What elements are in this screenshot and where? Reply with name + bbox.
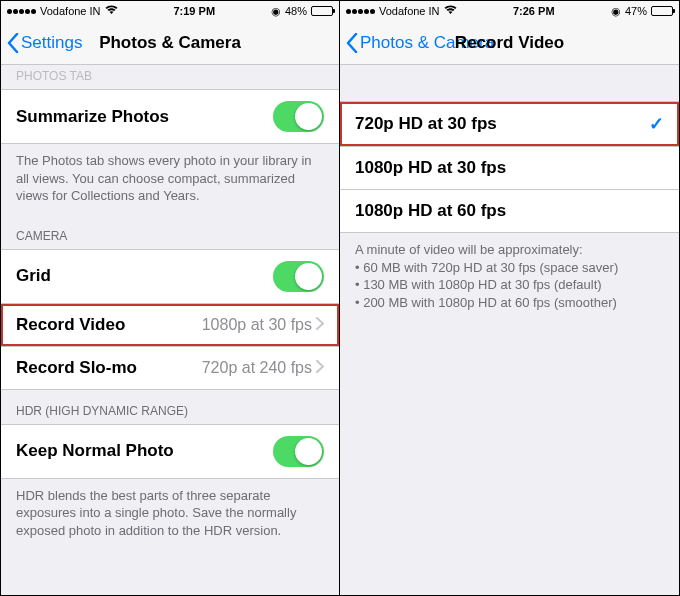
footer-line: • 130 MB with 1080p HD at 30 fps (defaul… — [355, 276, 664, 294]
carrier-label: Vodafone IN — [40, 5, 101, 17]
option-label: 720p HD at 30 fps — [355, 114, 497, 134]
option-1080p-30[interactable]: 1080p HD at 30 fps — [340, 147, 679, 190]
battery-pct: 48% — [285, 5, 307, 17]
video-size-footer: A minute of video will be approximately:… — [340, 233, 679, 321]
record-video-value: 1080p at 30 fps — [202, 316, 312, 334]
grid-toggle[interactable] — [273, 261, 324, 292]
record-video-row[interactable]: Record Video 1080p at 30 fps — [1, 304, 339, 347]
option-label: 1080p HD at 60 fps — [355, 201, 506, 221]
status-time: 7:26 PM — [513, 5, 555, 17]
record-slomo-value: 720p at 240 fps — [202, 359, 312, 377]
phone-right: Vodafone IN 7:26 PM ◉ 47% Photos & Camer… — [340, 1, 679, 595]
wifi-icon — [105, 5, 118, 17]
status-bar: Vodafone IN 7:19 PM ◉ 48% — [1, 1, 339, 21]
checkmark-icon: ✓ — [649, 113, 664, 135]
status-bar: Vodafone IN 7:26 PM ◉ 47% — [340, 1, 679, 21]
hdr-footer: HDR blends the best parts of three separ… — [1, 479, 339, 550]
battery-icon — [311, 6, 333, 16]
grid-label: Grid — [16, 266, 51, 286]
signal-icon — [346, 9, 375, 14]
footer-intro: A minute of video will be approximately: — [355, 241, 664, 259]
wifi-icon — [444, 5, 457, 17]
keep-normal-toggle[interactable] — [273, 436, 324, 467]
alarm-icon: ◉ — [611, 5, 621, 18]
section-header-photos-tab: PHOTOS TAB — [1, 65, 339, 89]
back-label: Settings — [21, 33, 82, 53]
battery-pct: 47% — [625, 5, 647, 17]
record-slomo-label: Record Slo-mo — [16, 358, 137, 378]
footer-line: • 60 MB with 720p HD at 30 fps (space sa… — [355, 259, 664, 277]
page-title: Record Video — [455, 33, 564, 53]
chevron-right-icon — [316, 316, 324, 334]
keep-normal-label: Keep Normal Photo — [16, 441, 174, 461]
summarize-footer: The Photos tab shows every photo in your… — [1, 144, 339, 215]
record-slomo-row[interactable]: Record Slo-mo 720p at 240 fps — [1, 347, 339, 390]
record-video-label: Record Video — [16, 315, 125, 335]
summarize-photos-row[interactable]: Summarize Photos — [1, 89, 339, 144]
section-header-hdr: HDR (HIGH DYNAMIC RANGE) — [1, 390, 339, 424]
option-1080p-60[interactable]: 1080p HD at 60 fps — [340, 190, 679, 233]
page-title: Photos & Camera — [99, 33, 241, 53]
option-720p-30[interactable]: 720p HD at 30 fps ✓ — [340, 101, 679, 147]
status-time: 7:19 PM — [173, 5, 215, 17]
back-button[interactable]: Settings — [7, 33, 82, 53]
signal-icon — [7, 9, 36, 14]
keep-normal-photo-row[interactable]: Keep Normal Photo — [1, 424, 339, 479]
chevron-right-icon — [316, 359, 324, 377]
grid-row[interactable]: Grid — [1, 249, 339, 304]
summarize-label: Summarize Photos — [16, 107, 169, 127]
footer-line: • 200 MB with 1080p HD at 60 fps (smooth… — [355, 294, 664, 312]
alarm-icon: ◉ — [271, 5, 281, 18]
section-header-camera: CAMERA — [1, 215, 339, 249]
phone-left: Vodafone IN 7:19 PM ◉ 48% Settings Photo… — [1, 1, 340, 595]
chevron-left-icon — [7, 33, 19, 53]
battery-icon — [651, 6, 673, 16]
nav-bar: Photos & Camera Record Video — [340, 21, 679, 65]
nav-bar: Settings Photos & Camera — [1, 21, 339, 65]
summarize-toggle[interactable] — [273, 101, 324, 132]
carrier-label: Vodafone IN — [379, 5, 440, 17]
option-label: 1080p HD at 30 fps — [355, 158, 506, 178]
chevron-left-icon — [346, 33, 358, 53]
